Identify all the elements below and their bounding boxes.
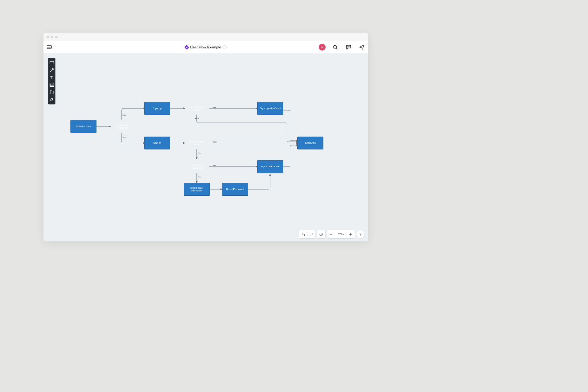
- search-button[interactable]: [329, 41, 342, 53]
- header-actions: SI: [319, 41, 368, 53]
- node-splashscreen[interactable]: Splashscreen: [70, 120, 96, 133]
- edge-label-no: No: [123, 114, 126, 116]
- app-logo-icon: [184, 45, 189, 50]
- document-title: User Flow Example: [190, 45, 221, 49]
- app-header: User Flow Example SI: [43, 41, 368, 53]
- app-window: User Flow Example SI: [43, 33, 368, 241]
- window-titlebar: [43, 33, 368, 41]
- history-group: [317, 230, 325, 238]
- history-icon: [319, 232, 323, 236]
- comments-button[interactable]: [342, 41, 355, 53]
- zoom-group: 70%: [327, 230, 355, 238]
- edge-label-yes: Yes: [213, 141, 217, 143]
- comment-icon: [346, 45, 351, 50]
- node-sign-up[interactable]: Sign Up: [144, 102, 170, 115]
- share-button[interactable]: [355, 41, 368, 53]
- svg-rect-1: [50, 62, 54, 64]
- zoom-in-button[interactable]: [347, 230, 355, 238]
- zoom-level[interactable]: 70%: [335, 233, 347, 236]
- help-button[interactable]: ?: [356, 230, 364, 238]
- tool-rectangle[interactable]: [48, 59, 55, 66]
- tool-text[interactable]: [48, 74, 55, 81]
- node-reset-password[interactable]: Reset Password: [222, 183, 248, 196]
- undo-icon: [301, 232, 305, 236]
- svg-rect-2: [50, 83, 54, 87]
- menu-icon: [47, 45, 52, 49]
- canvas-footer-controls: 70% ?: [299, 230, 364, 238]
- edge-label-no: No: [213, 106, 216, 109]
- svg-point-0: [334, 45, 337, 48]
- window-control-close[interactable]: [47, 36, 49, 38]
- edge-label-yes: Yes: [213, 164, 217, 167]
- node-have-account[interactable]: Have an account?: [110, 119, 136, 134]
- user-avatar[interactable]: SI: [319, 44, 326, 51]
- edge-label-yes: Yes: [195, 117, 199, 119]
- redo-button[interactable]: [307, 230, 315, 238]
- node-enter-app[interactable]: Enter App: [297, 137, 323, 149]
- send-icon: [359, 45, 364, 50]
- undo-button[interactable]: [299, 230, 307, 238]
- diagram-canvas[interactable]: Splashscreen Have an account? Sign Up Si…: [43, 53, 368, 241]
- minus-icon: [330, 233, 333, 236]
- plus-icon: [349, 233, 352, 236]
- tool-arrow[interactable]: [48, 67, 55, 74]
- node-use-google-sso-signin[interactable]: Use Google SSO?: [184, 135, 210, 151]
- history-button[interactable]: [317, 230, 325, 238]
- svg-point-3: [51, 84, 51, 85]
- edge-label-no: No: [198, 152, 201, 155]
- document-title-block[interactable]: User Flow Example: [185, 45, 227, 49]
- tool-link[interactable]: [48, 96, 55, 103]
- node-sign-in[interactable]: Sign In: [144, 137, 170, 149]
- tool-palette: [48, 58, 55, 104]
- node-click-forgot-password[interactable]: Click Forgot Password: [184, 183, 210, 196]
- tool-sticky[interactable]: [48, 89, 55, 96]
- redo-icon: [310, 232, 313, 236]
- edge-label-yes: Yes: [123, 136, 126, 139]
- search-icon: [333, 45, 338, 50]
- window-control-maximize[interactable]: [55, 36, 58, 38]
- menu-toggle-button[interactable]: [43, 41, 56, 53]
- node-know-password[interactable]: Know Your Password?: [184, 159, 210, 174]
- edge-label-no: No: [198, 176, 201, 179]
- node-sign-in-email[interactable]: Sign In with Email: [257, 160, 283, 173]
- node-sign-up-email[interactable]: Sign Up with Email: [257, 102, 283, 115]
- tool-image[interactable]: [48, 81, 55, 88]
- node-use-google-sso-signup[interactable]: Use Google SSO?: [184, 101, 210, 116]
- sync-status-icon: [223, 45, 227, 49]
- window-control-minimize[interactable]: [51, 36, 53, 38]
- zoom-out-button[interactable]: [327, 230, 335, 238]
- undo-redo-group: [299, 230, 315, 238]
